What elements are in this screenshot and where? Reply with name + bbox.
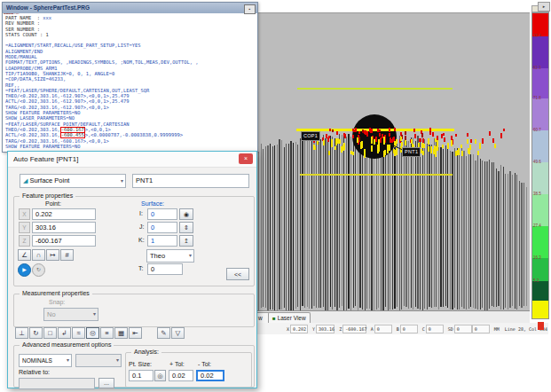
status-label: X <box>287 326 289 332</box>
z-value-field[interactable]: -600.167 <box>32 235 96 247</box>
i-value-field[interactable]: 0 <box>147 208 177 220</box>
colorbar-segment: 60.7 <box>532 130 548 162</box>
status-value: 0 <box>374 325 392 333</box>
k-vector-button[interactable]: ↥ <box>179 235 193 247</box>
status-value: 0 <box>426 325 444 333</box>
scan-wave-icon[interactable]: ≈ <box>72 327 85 339</box>
deviation-point <box>377 129 379 132</box>
surface-label[interactable]: Surface: <box>141 200 164 207</box>
scan-stripe <box>401 132 402 310</box>
pt-size-icon[interactable]: ◎ <box>154 370 166 381</box>
reexecute-button[interactable]: ↻ <box>32 263 45 277</box>
auto-feature-dialog[interactable]: Auto Feature [PNT1] × ◢Surface Point ▾ P… <box>7 151 257 388</box>
deviation-point <box>461 151 463 157</box>
graph-icon[interactable]: ∠ <box>18 249 31 261</box>
deviation-point <box>344 134 346 138</box>
scan-stripe <box>482 161 483 308</box>
target-icon[interactable]: ◎ <box>86 327 99 339</box>
scan-stripe <box>390 139 390 310</box>
nominals-dropdown[interactable]: NOMINALS ▾ <box>19 354 72 367</box>
deviation-point <box>467 133 468 137</box>
j-value-field[interactable]: 0 <box>147 222 177 233</box>
deviation-point <box>329 129 331 132</box>
pnt1-feature-label[interactable]: PNT1 <box>402 147 421 157</box>
scan-stripe <box>447 143 448 308</box>
t-value-field[interactable]: 0 <box>147 263 183 275</box>
point-distance-icon[interactable]: ↦ <box>46 249 59 261</box>
deviation-point <box>379 134 381 137</box>
laser-view-canvas[interactable]: COP1 PNT1 <box>232 12 530 311</box>
surface-box-icon[interactable]: □ <box>43 327 57 339</box>
scan-stripe <box>457 148 458 310</box>
scan-stripe <box>408 141 409 308</box>
deviation-point <box>387 147 389 153</box>
deviation-point <box>323 140 325 145</box>
minus-tol-label: - Tol: <box>198 361 211 367</box>
status-label: SD <box>448 326 453 332</box>
deviation-point <box>492 138 494 143</box>
z-axis-button[interactable]: Z <box>19 235 30 247</box>
test-button[interactable]: ▶ <box>18 263 31 277</box>
plus-tol-field[interactable]: 0.02 <box>169 370 193 381</box>
deviation-point <box>467 139 468 144</box>
edit-window[interactable]: Window - SpherePartTest.PRG ▪ PART NAME … <box>2 2 258 153</box>
measurement-program-code[interactable]: PART NAME : xxx REV NUMBER : SER NUMBER … <box>3 13 257 152</box>
y-axis-button[interactable]: Y <box>19 222 30 233</box>
level-icon[interactable]: ≡ <box>100 327 114 339</box>
scan-stripe <box>454 148 455 308</box>
nominals-mode-dropdown[interactable]: ▾ <box>75 354 122 367</box>
feature-type-dropdown[interactable]: ◢Surface Point ▾ <box>20 174 126 188</box>
i-vector-button[interactable]: ◉ <box>179 208 193 220</box>
path-icon[interactable]: ✎ <box>157 327 170 339</box>
scan-stripe <box>473 154 474 308</box>
spacing-icon[interactable]: ⇤ <box>129 327 142 339</box>
browse-button[interactable]: ... <box>98 378 114 388</box>
minus-tol-field[interactable]: 0.02 <box>196 370 224 381</box>
feature-name-input[interactable]: PNT1 <box>132 174 249 188</box>
scan-stripe <box>332 137 333 310</box>
relative-to-field[interactable] <box>19 378 95 389</box>
colorbar-tick-label: 16.3 <box>533 255 551 260</box>
rotate-icon[interactable]: ↻ <box>29 327 43 339</box>
cop1-feature-label[interactable]: COP1 <box>301 131 320 141</box>
deviation-point <box>430 146 432 153</box>
deviation-point <box>374 139 375 145</box>
colorbar-tick-label: 82.3 <box>533 66 551 70</box>
j-vector-button[interactable]: ⇕ <box>179 222 193 233</box>
deviation-point <box>494 144 496 148</box>
toolbar-grip-icon[interactable]: ▸ <box>538 2 550 12</box>
close-button[interactable]: × <box>239 153 253 164</box>
scan-stripe <box>394 135 395 309</box>
status-value: 0 <box>400 325 418 333</box>
scan-stripe <box>466 156 467 310</box>
collapse-button[interactable]: << <box>226 268 249 280</box>
deviation-point <box>421 143 423 147</box>
dialog-titlebar[interactable]: Auto Feature [PNT1] × <box>8 152 256 168</box>
status-value: 0 <box>454 325 472 333</box>
corner-icon[interactable]: ↲ <box>58 327 71 339</box>
grid-icon[interactable]: # <box>60 249 74 261</box>
window-menu-button[interactable]: ▪ <box>244 4 256 14</box>
x-value-field[interactable]: 0.202 <box>32 208 96 220</box>
scan-stripe <box>417 136 418 310</box>
scan-stripe <box>505 174 506 309</box>
filter-icon[interactable]: ▽ <box>171 327 185 339</box>
deviation-point <box>447 143 449 149</box>
y-value-field[interactable]: 303.16 <box>32 222 96 233</box>
scan-stripe <box>281 140 282 310</box>
probe-depth-icon[interactable]: ⊥ <box>15 327 28 339</box>
theo-dropdown[interactable]: Theo ▾ <box>146 249 194 263</box>
x-axis-button[interactable]: X <box>19 208 30 220</box>
k-value-field[interactable]: 1 <box>147 235 177 247</box>
edit-window-titlebar[interactable]: Window - SpherePartTest.PRG ▪ <box>3 3 257 13</box>
scan-stripe <box>496 169 497 307</box>
block-icon[interactable]: ▦ <box>114 327 128 339</box>
deviation-point <box>355 128 357 132</box>
snap-value: No <box>47 310 56 318</box>
scan-stripe <box>258 152 259 311</box>
scan-stripe <box>404 140 405 306</box>
deviation-point <box>455 134 457 137</box>
deviation-point <box>435 138 437 142</box>
pt-size-field[interactable]: 0.1 <box>129 370 153 381</box>
peaks-icon[interactable]: ∩ <box>32 249 45 261</box>
